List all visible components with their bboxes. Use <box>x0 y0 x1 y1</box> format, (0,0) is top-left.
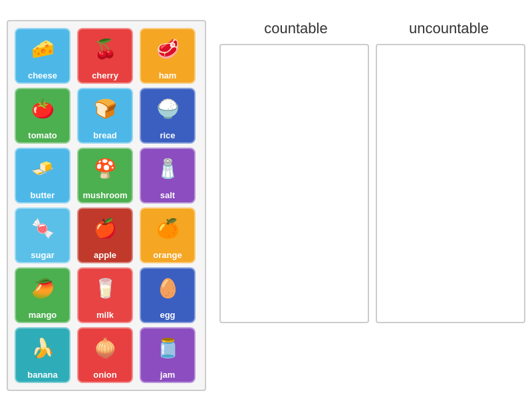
food-card-orange[interactable]: 🍊orange <box>140 207 196 263</box>
food-grid: 🧀cheese🍒cherry🥩ham🍅tomato🍞bread🍚rice🧈but… <box>7 20 206 391</box>
food-card-rice[interactable]: 🍚rice <box>140 88 196 144</box>
food-card-jam[interactable]: 🫙jam <box>140 327 196 383</box>
food-img-ham: 🥩 <box>141 29 194 68</box>
food-label-tomato: tomato <box>16 128 69 142</box>
food-card-mushroom[interactable]: 🍄mushroom <box>77 148 133 203</box>
food-img-bread: 🍞 <box>78 89 132 128</box>
column-headers: countable uncountable <box>219 20 525 37</box>
food-label-banana: banana <box>16 367 69 382</box>
food-img-jam: 🫙 <box>141 329 194 367</box>
food-label-ham: ham <box>141 68 194 82</box>
food-card-butter[interactable]: 🧈butter <box>15 148 70 203</box>
food-label-butter: butter <box>16 188 69 202</box>
food-card-milk[interactable]: 🥛milk <box>77 267 133 323</box>
food-card-sugar[interactable]: 🍬sugar <box>15 207 70 263</box>
food-label-salt: salt <box>141 188 194 202</box>
food-label-cherry: cherry <box>78 68 132 82</box>
food-label-milk: milk <box>78 307 132 322</box>
food-label-rice: rice <box>141 128 194 142</box>
food-label-bread: bread <box>78 128 132 142</box>
food-img-cheese: 🧀 <box>16 29 69 68</box>
food-label-sugar: sugar <box>16 247 69 262</box>
food-label-mango: mango <box>16 307 69 322</box>
food-img-sugar: 🍬 <box>16 209 69 247</box>
food-label-egg: egg <box>141 307 194 322</box>
drop-columns <box>219 44 525 323</box>
food-label-orange: orange <box>141 247 194 262</box>
food-img-mango: 🥭 <box>16 269 69 307</box>
food-img-tomato: 🍅 <box>16 89 69 128</box>
right-section: countable uncountable <box>219 20 525 323</box>
countable-header: countable <box>219 20 372 37</box>
food-img-onion: 🧅 <box>78 329 132 367</box>
food-label-onion: onion <box>78 367 132 382</box>
food-img-egg: 🥚 <box>141 269 194 307</box>
countable-drop-zone[interactable] <box>219 44 369 323</box>
food-card-cheese[interactable]: 🧀cheese <box>15 28 70 84</box>
food-card-salt[interactable]: 🧂salt <box>140 148 196 203</box>
food-card-egg[interactable]: 🥚egg <box>140 267 196 323</box>
food-img-salt: 🧂 <box>141 149 194 188</box>
food-card-onion[interactable]: 🧅onion <box>77 327 133 383</box>
uncountable-drop-zone[interactable] <box>376 44 525 323</box>
food-img-milk: 🥛 <box>78 269 132 307</box>
food-img-butter: 🧈 <box>16 149 69 188</box>
food-label-cheese: cheese <box>16 68 69 82</box>
food-img-cherry: 🍒 <box>78 29 132 68</box>
food-card-banana[interactable]: 🍌banana <box>15 327 70 383</box>
food-label-mushroom: mushroom <box>78 188 132 202</box>
food-card-apple[interactable]: 🍎apple <box>77 207 133 263</box>
food-img-orange: 🍊 <box>141 209 194 247</box>
food-card-mango[interactable]: 🥭mango <box>15 267 70 323</box>
food-card-tomato[interactable]: 🍅tomato <box>15 88 70 144</box>
food-img-mushroom: 🍄 <box>78 149 132 188</box>
food-label-apple: apple <box>78 247 132 262</box>
food-img-rice: 🍚 <box>141 89 194 128</box>
uncountable-header: uncountable <box>372 20 525 37</box>
food-label-jam: jam <box>141 367 194 382</box>
food-card-cherry[interactable]: 🍒cherry <box>77 28 133 84</box>
food-card-ham[interactable]: 🥩ham <box>140 28 196 84</box>
food-card-bread[interactable]: 🍞bread <box>77 88 133 144</box>
food-img-banana: 🍌 <box>16 329 69 367</box>
food-img-apple: 🍎 <box>78 209 132 247</box>
